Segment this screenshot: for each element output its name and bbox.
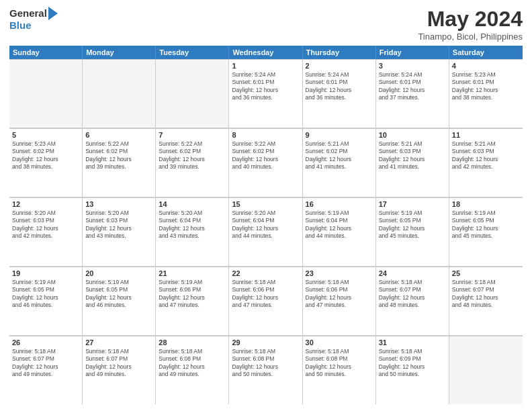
cal-cell [83,60,156,128]
day-number: 31 [379,338,446,347]
cal-cell: 19Sunrise: 5:19 AMSunset: 6:05 PMDayligh… [9,267,83,335]
cal-cell: 2Sunrise: 5:24 AMSunset: 6:01 PMDaylight… [303,60,376,128]
cal-cell [9,60,83,128]
logo-blue-text: Blue [9,20,58,32]
cal-cell: 22Sunrise: 5:18 AMSunset: 6:06 PMDayligh… [229,267,302,335]
day-info: Sunrise: 5:18 AMSunset: 6:08 PMDaylight:… [306,348,373,379]
cal-cell: 11Sunrise: 5:21 AMSunset: 6:03 PMDayligh… [449,129,523,197]
header-day-monday: Monday [83,46,156,59]
cal-cell: 18Sunrise: 5:19 AMSunset: 6:05 PMDayligh… [449,198,523,266]
cal-cell: 3Sunrise: 5:24 AMSunset: 6:01 PMDaylight… [376,60,449,128]
day-info: Sunrise: 5:18 AMSunset: 6:07 PMDaylight:… [379,279,446,310]
day-number: 19 [12,269,79,277]
logo-general-text: General [9,8,47,19]
day-number: 17 [379,200,446,208]
day-number: 27 [85,338,152,347]
day-number: 23 [306,269,373,277]
cal-cell: 9Sunrise: 5:21 AMSunset: 6:02 PMDaylight… [303,129,376,197]
header-day-sunday: Sunday [9,46,83,59]
day-number: 9 [306,131,373,139]
day-number: 12 [12,200,79,208]
header-day-saturday: Saturday [449,46,523,59]
cal-cell: 17Sunrise: 5:19 AMSunset: 6:05 PMDayligh… [376,198,449,266]
day-number: 16 [306,200,373,208]
cal-cell: 15Sunrise: 5:20 AMSunset: 6:04 PMDayligh… [229,198,302,266]
cal-cell: 10Sunrise: 5:21 AMSunset: 6:03 PMDayligh… [376,129,449,197]
day-number: 29 [232,338,299,347]
week-row-1: 5Sunrise: 5:23 AMSunset: 6:02 PMDaylight… [9,128,523,197]
day-info: Sunrise: 5:23 AMSunset: 6:01 PMDaylight:… [452,71,520,102]
day-info: Sunrise: 5:24 AMSunset: 6:01 PMDaylight:… [379,71,446,102]
day-info: Sunrise: 5:20 AMSunset: 6:04 PMDaylight:… [159,210,226,240]
day-info: Sunrise: 5:19 AMSunset: 6:04 PMDaylight:… [306,210,373,240]
day-info: Sunrise: 5:19 AMSunset: 6:05 PMDaylight:… [12,279,79,310]
cal-cell [449,336,523,404]
day-number: 2 [306,62,373,70]
day-number: 14 [159,200,226,208]
cal-cell: 30Sunrise: 5:18 AMSunset: 6:08 PMDayligh… [303,336,376,404]
day-number: 26 [12,338,79,347]
cal-cell: 24Sunrise: 5:18 AMSunset: 6:07 PMDayligh… [376,267,449,335]
day-number: 30 [306,338,373,347]
day-number: 25 [452,269,520,277]
day-info: Sunrise: 5:19 AMSunset: 6:06 PMDaylight:… [159,279,226,310]
cal-cell: 13Sunrise: 5:20 AMSunset: 6:03 PMDayligh… [83,198,156,266]
calendar-body: 1Sunrise: 5:24 AMSunset: 6:01 PMDaylight… [9,59,523,404]
title-block: May 2024 Tinampo, Bicol, Philippines [418,7,523,42]
day-info: Sunrise: 5:18 AMSunset: 6:08 PMDaylight:… [232,348,299,379]
day-number: 7 [159,131,226,139]
week-row-3: 19Sunrise: 5:19 AMSunset: 6:05 PMDayligh… [9,267,523,336]
cal-cell: 7Sunrise: 5:22 AMSunset: 6:02 PMDaylight… [156,129,229,197]
header: General Blue May 2024 Tinampo, Bicol, Ph… [9,7,523,42]
day-info: Sunrise: 5:19 AMSunset: 6:05 PMDaylight:… [379,210,446,240]
day-info: Sunrise: 5:24 AMSunset: 6:01 PMDaylight:… [232,71,299,102]
cal-cell: 20Sunrise: 5:19 AMSunset: 6:05 PMDayligh… [83,267,156,335]
day-info: Sunrise: 5:20 AMSunset: 6:03 PMDaylight:… [12,210,79,240]
day-info: Sunrise: 5:23 AMSunset: 6:02 PMDaylight:… [12,140,79,171]
week-row-2: 12Sunrise: 5:20 AMSunset: 6:03 PMDayligh… [9,197,523,267]
cal-cell: 14Sunrise: 5:20 AMSunset: 6:04 PMDayligh… [156,198,229,266]
day-info: Sunrise: 5:18 AMSunset: 6:06 PMDaylight:… [232,279,299,310]
cal-cell: 27Sunrise: 5:18 AMSunset: 6:07 PMDayligh… [83,336,156,404]
cal-cell: 29Sunrise: 5:18 AMSunset: 6:08 PMDayligh… [229,336,302,404]
day-number: 20 [85,269,152,277]
page: General Blue May 2024 Tinampo, Bicol, Ph… [0,0,532,411]
day-info: Sunrise: 5:18 AMSunset: 6:08 PMDaylight:… [159,348,226,379]
day-number: 15 [232,200,299,208]
cal-cell: 6Sunrise: 5:22 AMSunset: 6:02 PMDaylight… [83,129,156,197]
calendar: SundayMondayTuesdayWednesdayThursdayFrid… [9,46,523,404]
cal-cell: 31Sunrise: 5:18 AMSunset: 6:09 PMDayligh… [376,336,449,404]
day-info: Sunrise: 5:21 AMSunset: 6:03 PMDaylight:… [452,140,520,171]
header-day-thursday: Thursday [303,46,376,59]
day-info: Sunrise: 5:22 AMSunset: 6:02 PMDaylight:… [85,140,152,171]
day-info: Sunrise: 5:20 AMSunset: 6:04 PMDaylight:… [232,210,299,240]
cal-cell: 4Sunrise: 5:23 AMSunset: 6:01 PMDaylight… [449,60,523,128]
header-day-wednesday: Wednesday [229,46,302,59]
day-number: 4 [452,62,520,70]
cal-cell: 26Sunrise: 5:18 AMSunset: 6:07 PMDayligh… [9,336,83,404]
month-title: May 2024 [418,7,523,32]
day-number: 18 [452,200,520,208]
day-number: 11 [452,131,520,139]
header-day-friday: Friday [376,46,449,59]
day-number: 13 [85,200,152,208]
cal-cell: 12Sunrise: 5:20 AMSunset: 6:03 PMDayligh… [9,198,83,266]
day-info: Sunrise: 5:18 AMSunset: 6:07 PMDaylight:… [12,348,79,379]
cal-cell: 5Sunrise: 5:23 AMSunset: 6:02 PMDaylight… [9,129,83,197]
svg-marker-0 [48,7,58,20]
day-number: 3 [379,62,446,70]
day-info: Sunrise: 5:18 AMSunset: 6:09 PMDaylight:… [379,348,446,379]
day-info: Sunrise: 5:19 AMSunset: 6:05 PMDaylight:… [452,210,520,240]
day-number: 8 [232,131,299,139]
day-number: 28 [159,338,226,347]
day-number: 22 [232,269,299,277]
logo: General Blue [9,7,58,32]
cal-cell: 25Sunrise: 5:18 AMSunset: 6:07 PMDayligh… [449,267,523,335]
day-number: 10 [379,131,446,139]
day-info: Sunrise: 5:22 AMSunset: 6:02 PMDaylight:… [232,140,299,171]
cal-cell: 28Sunrise: 5:18 AMSunset: 6:08 PMDayligh… [156,336,229,404]
day-number: 24 [379,269,446,277]
day-number: 21 [159,269,226,277]
cal-cell: 8Sunrise: 5:22 AMSunset: 6:02 PMDaylight… [229,129,302,197]
week-row-4: 26Sunrise: 5:18 AMSunset: 6:07 PMDayligh… [9,336,523,404]
